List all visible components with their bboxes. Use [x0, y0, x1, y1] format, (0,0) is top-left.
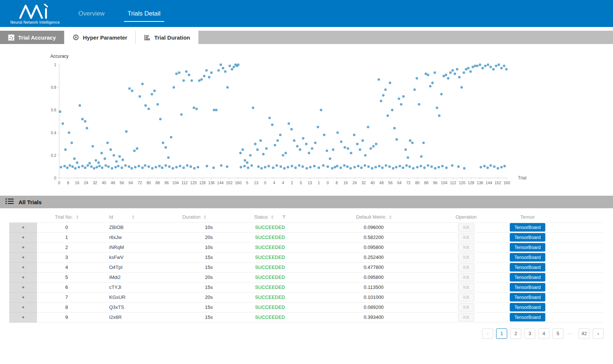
pagination-page-button[interactable]: 42: [579, 328, 590, 339]
scatter-point: [256, 148, 259, 151]
tensorboard-button[interactable]: TensorBoard: [510, 263, 546, 272]
scatter-point: [118, 155, 121, 158]
scatter-point: [427, 164, 430, 167]
pagination-page-button[interactable]: 5: [552, 328, 563, 339]
tensorboard-button[interactable]: TensorBoard: [510, 283, 546, 291]
tab-hyper-parameter[interactable]: Hyper Parameter: [64, 31, 136, 44]
pagination-page-button[interactable]: 1: [496, 328, 507, 339]
scatter-point: [487, 64, 489, 66]
scatter-point: [144, 104, 147, 107]
scatter-point: [198, 79, 201, 82]
expand-row-button[interactable]: +: [22, 274, 25, 280]
scatter-point: [104, 158, 106, 160]
pagination-prev-button[interactable]: ‹: [482, 328, 493, 339]
kill-button[interactable]: Kill: [458, 313, 474, 321]
kill-button[interactable]: Kill: [458, 263, 474, 272]
scatter-point: [382, 94, 385, 97]
scatter-point: [107, 165, 110, 168]
scatter-point: [283, 167, 286, 170]
sort-icon[interactable]: [76, 215, 78, 219]
pagination-page-button[interactable]: 4: [538, 328, 549, 339]
expand-row-button[interactable]: +: [22, 284, 25, 290]
tensorboard-button[interactable]: TensorBoard: [510, 273, 546, 282]
svg-text:16: 16: [344, 181, 348, 185]
metric-cell: 0.252400: [318, 252, 429, 262]
expand-row-button[interactable]: +: [22, 264, 25, 270]
scatter-point: [375, 143, 377, 145]
scatter-point: [243, 165, 246, 168]
scatter-point: [91, 145, 94, 148]
kill-button[interactable]: Kill: [458, 223, 474, 232]
svg-text:2: 2: [291, 181, 293, 185]
scatter-point: [247, 166, 249, 169]
table-row: +2iNRqM10sSUCCEEDED0.095800KillTensorBoa…: [9, 242, 604, 252]
scatter-point: [361, 139, 364, 142]
svg-text:144: 144: [486, 181, 492, 185]
pagination-next-button[interactable]: ›: [593, 328, 604, 339]
filter-icon[interactable]: [282, 215, 286, 219]
tensorboard-button[interactable]: TensorBoard: [510, 243, 546, 252]
tab-label: Trial Accuracy: [18, 34, 56, 41]
svg-text:24: 24: [353, 181, 357, 185]
tensorboard-button[interactable]: TensorBoard: [510, 313, 546, 321]
scatter-point: [449, 71, 452, 74]
scatter-point: [125, 130, 128, 133]
scatter-point: [493, 165, 496, 168]
tab-trial-duration[interactable]: Trial Duration: [136, 31, 199, 44]
scatter-point: [217, 69, 220, 72]
scatter-point: [208, 76, 210, 78]
expand-row-button[interactable]: +: [22, 255, 25, 260]
nni-logo[interactable]: Neural Network Intelligence: [10, 3, 60, 24]
scatter-point: [133, 149, 136, 152]
scatter-point: [117, 165, 119, 168]
operation-cell: Kill: [429, 292, 503, 302]
scatter-point: [121, 166, 123, 169]
kill-button[interactable]: Kill: [458, 233, 474, 242]
tensorboard-button[interactable]: TensorBoard: [510, 253, 546, 262]
scatter-point: [155, 166, 157, 169]
expand-row-button[interactable]: +: [22, 225, 25, 230]
kill-button[interactable]: Kill: [458, 283, 474, 291]
scatter-point: [422, 142, 425, 144]
svg-text:96: 96: [433, 181, 438, 185]
nav-trials-detail[interactable]: Trials Detail: [127, 8, 161, 20]
pagination-page-button[interactable]: 3: [524, 328, 535, 339]
expand-row-button[interactable]: +: [22, 245, 25, 250]
scatter-point: [141, 83, 144, 85]
scatter-point: [134, 166, 137, 169]
nav-overview[interactable]: Overview: [78, 8, 105, 20]
main-nav: Overview Trials Detail: [78, 8, 161, 20]
kill-button[interactable]: Kill: [458, 253, 474, 262]
svg-text:4: 4: [273, 181, 275, 185]
svg-text:72: 72: [138, 181, 142, 185]
scatter-point: [430, 165, 433, 168]
operation-cell: Kill: [429, 222, 503, 232]
sort-icon[interactable]: [204, 215, 206, 219]
tensorboard-button[interactable]: TensorBoard: [510, 303, 546, 311]
sort-icon[interactable]: [271, 215, 273, 219]
tensorboard-button[interactable]: TensorBoard: [510, 223, 546, 232]
kill-button[interactable]: Kill: [458, 273, 474, 282]
col-status: Status: [254, 214, 268, 220]
scatter-point: [317, 166, 320, 169]
tab-trial-accuracy[interactable]: Trial Accuracy: [0, 31, 64, 44]
kill-button[interactable]: Kill: [458, 243, 474, 252]
sort-icon[interactable]: [132, 215, 134, 219]
expand-row-button[interactable]: +: [22, 304, 25, 310]
pagination-page-button[interactable]: 2: [510, 328, 521, 339]
kill-button[interactable]: Kill: [458, 303, 474, 311]
scatter-point: [287, 166, 289, 169]
sort-icon[interactable]: [389, 215, 391, 219]
scatter-point: [224, 70, 227, 73]
expand-row-button[interactable]: +: [22, 294, 25, 300]
pagination-ellipsis: ···: [566, 331, 576, 336]
expand-row-button[interactable]: +: [22, 235, 25, 240]
scatter-point: [460, 86, 463, 89]
svg-text:32: 32: [93, 181, 97, 185]
tensor-cell: TensorBoard: [503, 222, 604, 232]
tensorboard-button[interactable]: TensorBoard: [510, 293, 546, 301]
tensorboard-button[interactable]: TensorBoard: [510, 233, 546, 242]
kill-button[interactable]: Kill: [458, 293, 474, 301]
table-row: +3ksFwV15sSUCCEEDED0.252400KillTensorBoa…: [9, 252, 604, 262]
expand-row-button[interactable]: +: [22, 314, 25, 320]
